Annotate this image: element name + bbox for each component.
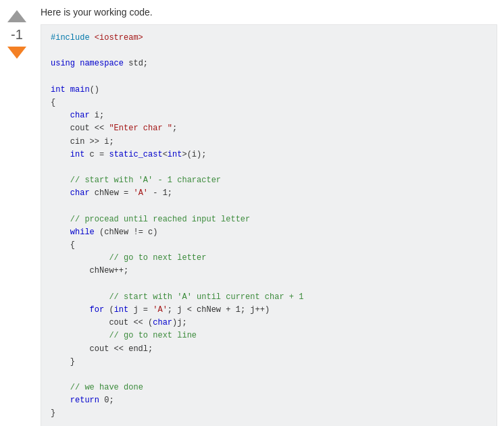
- answer-container: -1 Here is your working code. #include <…: [0, 0, 504, 426]
- vote-column: -1: [0, 7, 34, 426]
- vote-down-button[interactable]: [7, 47, 26, 59]
- answer-intro: Here is your working code.: [41, 7, 497, 18]
- vote-count: -1: [11, 25, 23, 44]
- code-block: #include <iostream> using namespace std;…: [41, 24, 497, 426]
- answer-body: Here is your working code. #include <ios…: [34, 7, 504, 426]
- vote-up-button[interactable]: [7, 10, 26, 22]
